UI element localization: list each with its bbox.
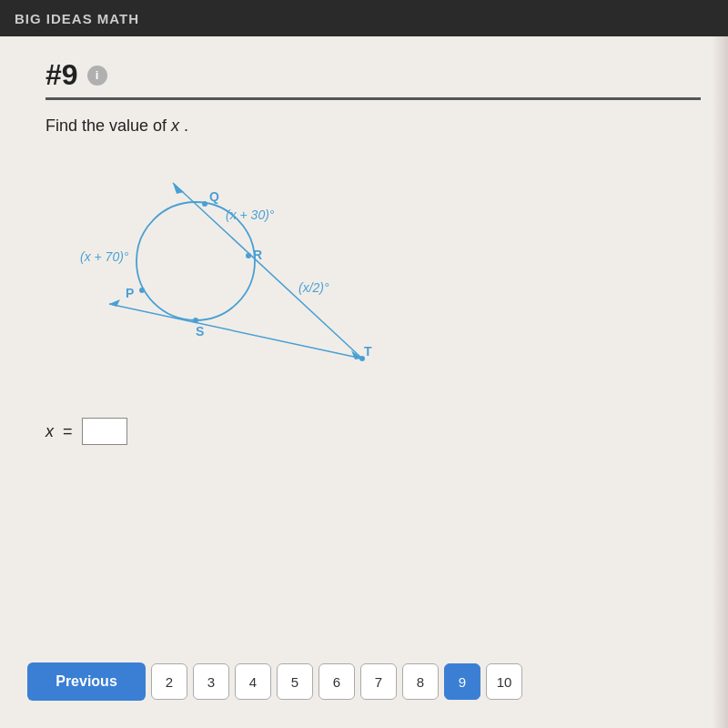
answer-label: x: [46, 422, 54, 441]
info-badge[interactable]: i: [87, 66, 107, 86]
point-s: S: [196, 324, 204, 339]
app-title: BIG IDEAS MATH: [15, 11, 139, 26]
svg-point-1: [202, 201, 207, 207]
divider: [46, 97, 701, 100]
point-t: T: [364, 344, 372, 359]
arc-st-label: (x/2)°: [298, 280, 329, 295]
problem-header: #9 i: [46, 58, 701, 92]
top-bar: BIG IDEAS MATH: [0, 0, 728, 36]
page-2-button[interactable]: 2: [151, 663, 187, 700]
answer-equals: =: [63, 422, 73, 441]
page-4-button[interactable]: 4: [235, 663, 271, 700]
arc-pq-label: (x + 70)°: [80, 249, 129, 264]
page-7-button[interactable]: 7: [360, 663, 397, 700]
page-5-button[interactable]: 5: [277, 663, 313, 700]
page-6-button[interactable]: 6: [318, 663, 355, 700]
problem-text: Find the value of x .: [46, 116, 701, 136]
page-3-button[interactable]: 3: [193, 663, 229, 700]
svg-marker-9: [173, 183, 184, 194]
answer-row: x =: [46, 418, 701, 445]
main-content: #9 i Find the value of x . (x + 70)° (x …: [0, 36, 728, 728]
answer-input[interactable]: [82, 418, 127, 445]
point-r: R: [253, 248, 262, 262]
svg-line-6: [109, 304, 362, 359]
svg-marker-10: [351, 350, 362, 359]
problem-number: #9: [46, 58, 78, 92]
previous-button[interactable]: Previous: [27, 662, 146, 701]
svg-point-3: [139, 288, 145, 293]
diagram-svg: (x + 70)° (x + 30)° (x/2)° Q R P S T: [55, 154, 391, 390]
diagram-area: (x + 70)° (x + 30)° (x/2)° Q R P S T: [55, 154, 400, 390]
page-10-button[interactable]: 10: [486, 663, 522, 700]
point-q: Q: [209, 189, 219, 204]
point-p: P: [126, 286, 134, 300]
page-9-button[interactable]: 9: [444, 663, 480, 700]
arc-qr-label: (x + 30)°: [226, 207, 275, 222]
page-8-button[interactable]: 8: [402, 663, 439, 700]
nav-bar: Previous 2 3 4 5 6 7 8 9 10: [27, 662, 719, 701]
